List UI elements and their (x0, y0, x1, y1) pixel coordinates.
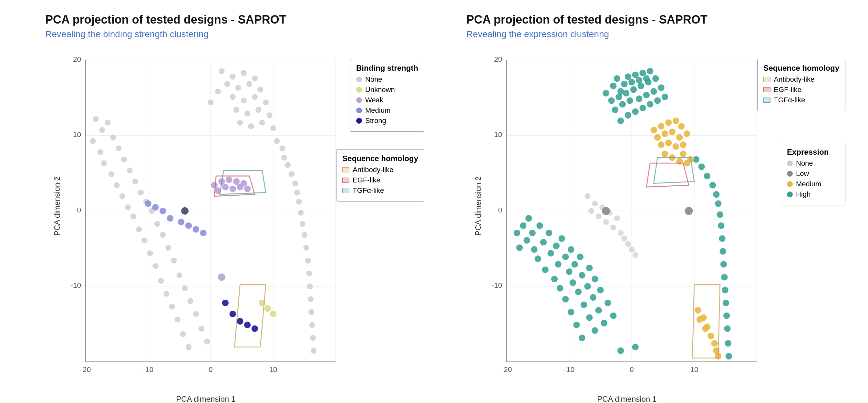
svg-point-246 (725, 353, 733, 360)
legend-antibody: Antibody-like (342, 166, 418, 174)
svg-point-190 (595, 307, 602, 314)
svg-point-161 (531, 246, 538, 253)
svg-point-257 (669, 128, 676, 135)
svg-point-113 (222, 184, 229, 190)
svg-point-276 (696, 316, 703, 323)
svg-point-78 (259, 120, 265, 126)
right-seq-homology-legend-title: Sequence homology (764, 64, 839, 73)
svg-point-173 (566, 268, 572, 275)
right-tgfa-swatch (764, 97, 771, 103)
right-x-axis-label: PCA dimension 1 (597, 395, 656, 403)
svg-point-73 (244, 111, 250, 116)
svg-point-237 (719, 235, 725, 242)
svg-text:0: 0 (209, 365, 213, 374)
svg-point-35 (138, 190, 144, 195)
strong-label: Strong (365, 117, 386, 125)
strong-dot (356, 118, 362, 124)
svg-point-92 (302, 232, 307, 238)
right-seq-homology-legend: Sequence homology Antibody-like EGF-like… (757, 59, 845, 111)
svg-point-233 (713, 191, 720, 198)
right-chart-panel: PCA projection of tested designs - SAPRO… (440, 13, 848, 388)
binding-strength-legend-title: Binding strength (356, 64, 418, 73)
svg-point-214 (652, 75, 659, 82)
expression-legend-title: Expression (787, 148, 839, 157)
svg-point-224 (632, 108, 639, 115)
svg-point-247 (617, 347, 624, 354)
svg-point-154 (514, 229, 521, 237)
svg-text:-20: -20 (81, 365, 91, 374)
right-chart-title: PCA projection of tested designs - SAPRO… (466, 13, 708, 27)
svg-text:-10: -10 (564, 365, 575, 374)
svg-point-279 (592, 200, 598, 206)
svg-point-84 (281, 155, 287, 160)
svg-point-207 (647, 68, 654, 74)
svg-point-56 (180, 331, 186, 337)
svg-point-86 (289, 171, 294, 177)
svg-point-101 (311, 348, 316, 353)
svg-point-253 (678, 123, 685, 130)
svg-point-195 (610, 313, 617, 319)
legend-item-medium: Medium (356, 106, 418, 115)
svg-point-191 (604, 300, 611, 306)
svg-point-220 (650, 88, 657, 95)
svg-point-287 (618, 230, 624, 236)
svg-point-22 (99, 127, 105, 133)
right-antibody-swatch (764, 77, 771, 82)
svg-point-278 (585, 193, 590, 199)
svg-point-155 (520, 222, 527, 229)
svg-point-49 (176, 272, 182, 278)
svg-point-186 (590, 294, 596, 301)
svg-point-99 (309, 322, 315, 328)
svg-point-62 (241, 70, 247, 76)
left-chart-subtitle: Revealing the binding strength clusterin… (45, 29, 209, 39)
exp-none-label: None (796, 159, 813, 167)
unknown-label: Unknown (365, 86, 395, 94)
exp-low-label: Low (796, 169, 809, 178)
svg-text:10: 10 (73, 130, 81, 138)
svg-point-228 (662, 94, 669, 100)
svg-point-21 (93, 116, 99, 122)
svg-point-100 (310, 335, 316, 341)
svg-point-57 (198, 326, 205, 332)
svg-point-187 (597, 287, 604, 293)
svg-point-42 (142, 237, 147, 243)
antibody-swatch (342, 167, 349, 173)
svg-point-235 (717, 211, 723, 218)
svg-point-59 (204, 338, 210, 344)
svg-point-55 (193, 311, 199, 317)
svg-text:10: 10 (690, 365, 698, 374)
svg-point-192 (579, 335, 585, 341)
svg-point-211 (630, 86, 637, 93)
svg-point-242 (723, 300, 730, 306)
svg-point-51 (182, 285, 188, 291)
svg-point-120 (222, 300, 229, 306)
svg-point-291 (632, 252, 639, 258)
svg-point-65 (236, 85, 241, 90)
svg-text:-10: -10 (143, 365, 153, 374)
egf-label: EGF-like (352, 176, 380, 184)
svg-point-95 (306, 271, 312, 276)
legend-item-strong: Strong (356, 117, 418, 125)
svg-point-36 (125, 205, 131, 210)
svg-point-238 (720, 248, 726, 255)
exp-medium-dot (787, 181, 793, 187)
exp-none-dot (787, 160, 793, 166)
svg-point-71 (263, 99, 269, 105)
svg-point-285 (603, 219, 609, 225)
svg-point-89 (296, 199, 302, 205)
svg-point-249 (650, 127, 657, 133)
svg-point-91 (300, 221, 306, 227)
unknown-dot (356, 87, 362, 93)
svg-point-80 (215, 89, 221, 94)
legend-item-none: None (356, 75, 418, 84)
svg-point-26 (97, 149, 103, 155)
svg-point-290 (629, 247, 634, 252)
expression-medium: Medium (787, 180, 839, 188)
left-seq-homology-legend: Sequence homology Antibody-like EGF-like… (336, 149, 424, 202)
svg-point-284 (596, 213, 601, 219)
svg-point-239 (720, 261, 727, 268)
legend-egf: EGF-like (342, 176, 418, 184)
svg-point-158 (523, 237, 530, 244)
svg-point-32 (114, 182, 120, 188)
svg-point-96 (307, 283, 313, 289)
